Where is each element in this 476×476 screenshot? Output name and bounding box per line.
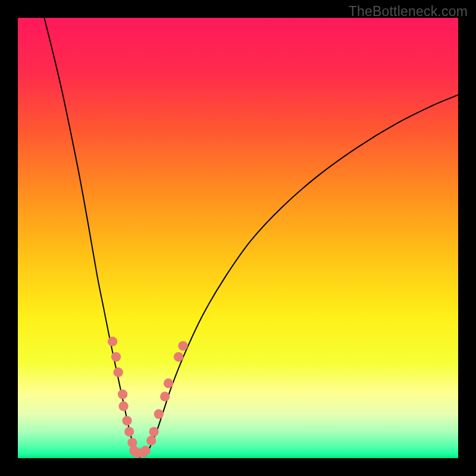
series-right-curve	[146, 95, 458, 456]
data-point	[174, 352, 183, 362]
data-point	[108, 337, 117, 346]
data-point	[164, 378, 173, 388]
data-point	[154, 409, 164, 419]
data-point	[149, 427, 159, 436]
data-point	[160, 392, 170, 401]
chart-svg	[18, 18, 458, 458]
data-point	[146, 436, 156, 445]
plot-area	[18, 18, 458, 458]
chart-frame: TheBottleneck.com	[0, 0, 476, 476]
data-point	[118, 402, 128, 411]
data-point	[118, 390, 127, 399]
data-point	[178, 341, 187, 350]
data-point	[122, 416, 131, 425]
data-point	[140, 446, 150, 455]
data-point	[111, 352, 121, 362]
data-point	[114, 368, 123, 377]
watermark-text: TheBottleneck.com	[349, 4, 468, 20]
data-point	[124, 427, 134, 436]
